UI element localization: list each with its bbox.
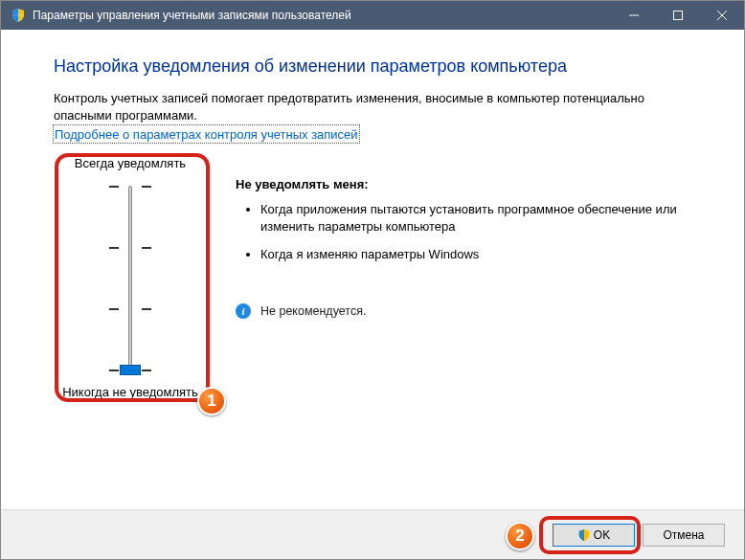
page-title: Настройка уведомления об изменении парам… xyxy=(54,56,696,77)
svg-rect-2 xyxy=(674,11,683,20)
info-item: Когда приложения пытаются установить про… xyxy=(260,201,687,235)
info-item: Когда я изменяю параметры Windows xyxy=(260,246,687,263)
content-area: Настройка уведомления об изменении парам… xyxy=(1,30,744,399)
recommendation-text: Не рекомендуется. xyxy=(260,304,366,318)
slider-thumb[interactable] xyxy=(120,365,141,375)
window-title: Параметры управления учетными записями п… xyxy=(33,9,612,22)
shield-icon xyxy=(577,528,591,542)
info-icon: i xyxy=(236,303,251,319)
minimize-button[interactable] xyxy=(612,1,656,30)
description-text: Контроль учетных записей помогает предот… xyxy=(54,90,696,123)
close-button[interactable] xyxy=(700,1,744,30)
slider-label-always: Всегда уведомлять xyxy=(54,156,207,170)
recommendation: i Не рекомендуется. xyxy=(236,303,687,319)
titlebar: Параметры управления учетными записями п… xyxy=(1,1,744,30)
maximize-button[interactable] xyxy=(656,1,700,30)
info-heading: Не уведомлять меня: xyxy=(236,177,687,191)
learn-more-link[interactable]: Подробнее о параметрах контроля учетных … xyxy=(55,127,358,142)
slider-label-never: Никогда не уведомлять xyxy=(54,385,207,399)
main-area: Всегда уведомлять Никогда не уведомлять … xyxy=(54,148,696,399)
svg-rect-0 xyxy=(12,15,24,16)
ok-label: OK xyxy=(594,528,610,542)
slider-column: Всегда уведомлять Никогда не уведомлять xyxy=(54,148,207,399)
footer: OK Отмена xyxy=(1,509,744,559)
uac-slider[interactable] xyxy=(54,180,207,381)
cancel-label: Отмена xyxy=(663,528,704,542)
ok-button[interactable]: OK xyxy=(553,524,635,547)
cancel-button[interactable]: Отмена xyxy=(643,524,725,547)
shield-icon xyxy=(11,8,26,23)
info-panel: Не уведомлять меня: Когда приложения пыт… xyxy=(207,148,696,399)
window-controls xyxy=(612,1,744,30)
